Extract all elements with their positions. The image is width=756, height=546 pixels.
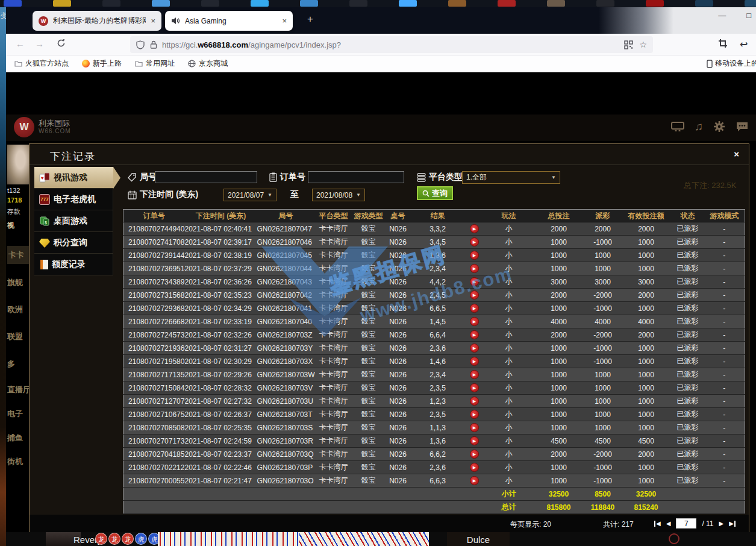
close-tab-icon[interactable]: × — [151, 16, 155, 25]
url-bar[interactable]: https://gci.w668818.com/agingame/pcv1/in… — [130, 36, 653, 53]
last-page-icon[interactable]: ▶ — [729, 520, 734, 527]
music-icon[interactable]: ♫ — [695, 120, 703, 133]
desktop-app-icon[interactable] — [152, 0, 170, 7]
date-from-select[interactable]: 2021/08/07 ▼ — [223, 189, 276, 201]
desktop-app-icon[interactable] — [349, 0, 367, 7]
replay-play-icon[interactable] — [470, 463, 479, 472]
replay-play-icon[interactable] — [470, 224, 479, 233]
desktop-app-icon[interactable] — [547, 0, 565, 7]
site-logo[interactable]: W — [14, 117, 34, 137]
cell-total-bet: 1000 — [533, 381, 585, 395]
replay-play-icon[interactable] — [470, 304, 479, 313]
menu-item-points[interactable]: 积分查询 — [34, 232, 113, 254]
page-number-input[interactable] — [676, 518, 696, 529]
chat-bubble-icon[interactable] — [736, 121, 749, 132]
desktop-app-icon[interactable] — [53, 0, 71, 7]
cell-status: 已派彩 — [672, 408, 704, 421]
bookmark-getting-started[interactable]: 新手上路 — [82, 58, 122, 69]
replay-play-icon[interactable] — [470, 277, 479, 286]
replay-play-icon[interactable] — [470, 397, 479, 406]
desktop-app-icon[interactable] — [102, 0, 120, 7]
next-page-icon[interactable]: ▶ — [719, 520, 724, 527]
deposit-link[interactable]: 存款 — [7, 207, 20, 216]
first-page-icon[interactable]: ◀ — [656, 520, 661, 527]
replay-play-icon[interactable] — [470, 357, 479, 366]
desktop-app-icon[interactable] — [300, 0, 318, 7]
bookmark-folder-common[interactable]: 常用网址 — [135, 58, 175, 69]
menu-item-slots[interactable]: 777 电子老虎机 — [34, 189, 113, 210]
maximize-button[interactable]: □ — [746, 11, 751, 20]
bookmark-star-icon[interactable]: ☆ — [639, 40, 647, 49]
replay-play-icon[interactable] — [470, 290, 479, 300]
url-text[interactable]: https://gci.w668818.com/agingame/pcv1/in… — [162, 40, 624, 49]
menu-item-quota-records[interactable]: 额度记录 — [34, 254, 113, 275]
cell-result: 2,3,6 — [411, 461, 464, 474]
menu-item-table-games[interactable]: $ 桌面游戏 — [34, 210, 113, 232]
minimize-button[interactable]: — — [718, 11, 726, 20]
round-number-input[interactable] — [155, 171, 257, 183]
replay-play-icon[interactable] — [470, 370, 479, 379]
forward-button[interactable]: → — [35, 39, 44, 49]
replay-play-icon[interactable] — [470, 436, 479, 445]
desktop-app-icon[interactable] — [646, 0, 664, 7]
menu-item-video-games[interactable]: ♥ 视讯游戏 — [34, 167, 113, 189]
replay-play-icon[interactable] — [470, 251, 479, 260]
undo-arrow-icon[interactable]: ↩ — [740, 39, 748, 50]
video-games-link[interactable]: 视 — [7, 221, 14, 231]
new-tab-button[interactable]: + — [307, 13, 313, 25]
bookmark-jd[interactable]: 京东商城 — [188, 58, 228, 69]
qr-code-icon[interactable] — [624, 40, 633, 49]
replay-play-icon[interactable] — [470, 344, 479, 353]
close-tab-icon[interactable]: × — [282, 16, 287, 25]
date-to-select[interactable]: 2021/08/08 ▼ — [312, 189, 365, 201]
lobby-item-fishing[interactable]: 捕鱼 — [7, 433, 23, 444]
shield-icon[interactable] — [136, 40, 145, 49]
desktop-app-icon[interactable] — [201, 0, 219, 7]
lobby-item-kaka[interactable]: 卡卡 — [7, 246, 31, 264]
replay-play-icon[interactable] — [470, 410, 479, 419]
cell-valid-bet: 1000 — [621, 355, 672, 368]
back-button[interactable]: ← — [16, 39, 25, 49]
replay-play-icon[interactable] — [470, 264, 479, 273]
desktop-app-icon[interactable] — [498, 0, 516, 7]
site-favicon: W — [39, 16, 48, 26]
bookmark-mobile-devices[interactable]: 移动设备上的 — [707, 58, 756, 69]
lobby-item-europe[interactable]: 欧洲 — [7, 304, 23, 315]
desktop-app-icon[interactable] — [399, 0, 417, 7]
lock-icon[interactable] — [150, 40, 157, 49]
platform-type-select[interactable]: 1.全部 ▼ — [462, 171, 560, 184]
replay-play-icon[interactable] — [470, 317, 479, 326]
desktop-app-icon[interactable] — [448, 0, 466, 7]
replay-play-icon[interactable] — [470, 383, 479, 392]
lobby-item-flagship[interactable]: 旗舰 — [7, 277, 23, 288]
tab-asia-gaming[interactable]: Asia Gaming × — [165, 11, 293, 31]
prev-page-icon[interactable]: ◀ — [666, 520, 671, 527]
desktop-app-icon[interactable] — [745, 0, 756, 7]
screenshot-crop-icon[interactable] — [718, 39, 728, 48]
live-support-icon[interactable] — [671, 122, 684, 131]
lobby-item-live[interactable]: 直播厅 — [7, 384, 31, 395]
lobby-item-alliance[interactable]: 联盟 — [7, 331, 23, 342]
replay-play-icon[interactable] — [470, 450, 479, 459]
reload-button[interactable] — [57, 39, 66, 48]
roadmap-circle: 龙 — [122, 533, 134, 545]
replay-play-icon[interactable] — [470, 423, 479, 432]
desktop-app-icon[interactable] — [695, 0, 713, 7]
replay-play-icon[interactable] — [470, 237, 479, 246]
cell-game-type: 骰宝 — [352, 342, 385, 355]
lobby-item-slots[interactable]: 电子 — [7, 409, 23, 419]
close-icon[interactable]: × — [734, 149, 739, 159]
order-number-input[interactable] — [308, 171, 404, 183]
cell-bet-time: 2021-08-07 02:26:37 — [185, 408, 257, 421]
bookmark-folder-firefox[interactable]: 火狐官方站点 — [14, 58, 69, 69]
desktop-app-icon[interactable] — [251, 0, 269, 7]
replay-play-icon[interactable] — [470, 476, 479, 485]
lobby-item-multi[interactable]: 多 — [7, 359, 15, 369]
search-button[interactable]: 查询 — [417, 186, 453, 200]
gear-icon[interactable] — [713, 121, 725, 133]
desktop-app-icon[interactable] — [596, 0, 614, 7]
replay-play-icon[interactable] — [470, 330, 479, 339]
lobby-item-arcade[interactable]: 街机 — [7, 456, 23, 467]
tab-lilai[interactable]: W 利来国际-最给力的老牌博彩网站 × — [33, 11, 161, 31]
desktop-app-icon[interactable] — [4, 0, 22, 7]
